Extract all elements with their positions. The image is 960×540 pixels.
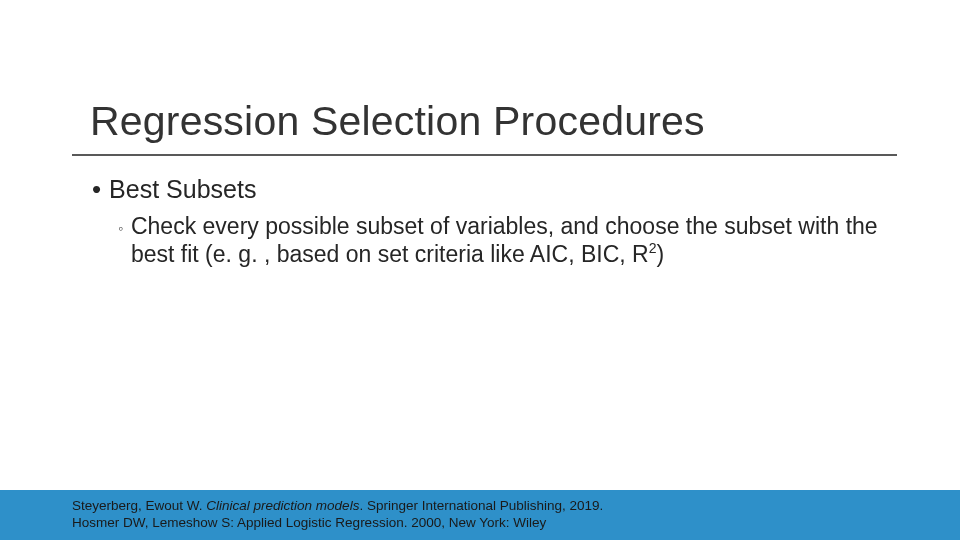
citation-block: Steyerberg, Ewout W. Clinical prediction… xyxy=(72,497,603,531)
bullet-level1-text: Best Subsets xyxy=(109,174,256,204)
bullet-level1: • Best Subsets xyxy=(92,174,900,204)
slide-title: Regression Selection Procedures xyxy=(90,98,705,145)
citation1-author: Steyerberg, Ewout W. xyxy=(72,498,206,513)
l2-pre: Check every possible subset of variables… xyxy=(131,213,878,267)
slide: Regression Selection Procedures • Best S… xyxy=(0,0,960,540)
citation-line-1: Steyerberg, Ewout W. Clinical prediction… xyxy=(72,497,603,514)
citation1-rest: . Springer International Publishing, 201… xyxy=(359,498,603,513)
bullet-dot-icon: • xyxy=(92,174,101,204)
bullet-area: • Best Subsets ◦ Check every possible su… xyxy=(92,174,900,268)
bullet-ring-icon: ◦ xyxy=(118,214,123,242)
l2-post: ) xyxy=(656,241,664,267)
citation1-title: Clinical prediction models xyxy=(206,498,359,513)
title-underline xyxy=(72,154,897,156)
bullet-level2: ◦ Check every possible subset of variabl… xyxy=(118,212,900,268)
citation-line-2: Hosmer DW, Lemeshow S: Applied Logistic … xyxy=(72,514,603,531)
bullet-level2-text: Check every possible subset of variables… xyxy=(131,212,881,268)
